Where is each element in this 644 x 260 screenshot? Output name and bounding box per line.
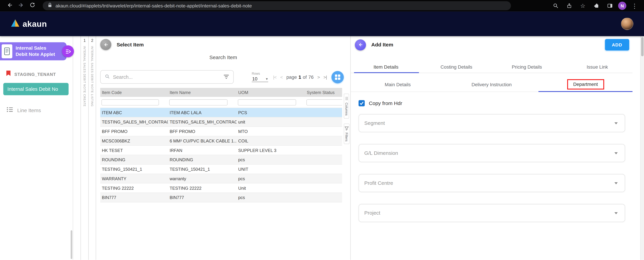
filters-rail-label: Filters: [344, 132, 348, 141]
chevron-down-icon: [613, 150, 620, 157]
segment-dropdown[interactable]: Segment: [358, 114, 625, 132]
cell-item-code: HK TESET: [100, 148, 168, 153]
bookmark-star-icon[interactable]: ☆: [578, 1, 588, 11]
cell-item-name: ITEM ABC LALA: [168, 110, 236, 115]
tab-pricing-details[interactable]: Pricing Details: [492, 61, 562, 73]
tab-issue-link[interactable]: Issue Link: [562, 61, 633, 73]
column-header-item-code[interactable]: Item Code: [100, 90, 168, 95]
back-icon: [6, 2, 12, 10]
table-row[interactable]: MCSC006BKZ 6 MM² CU/PVC BLACK CABLE 1...…: [100, 136, 342, 146]
tab-item-details[interactable]: Item Details: [351, 61, 421, 73]
module-button[interactable]: Internal Sales Debit No: [3, 83, 68, 95]
next-page-button[interactable]: >: [317, 74, 320, 79]
table-row[interactable]: BFF PROMO BFF PROMO MTO: [100, 127, 342, 136]
table-row[interactable]: ITEM ABC ITEM ABC LALA PCS: [100, 108, 342, 117]
browser-forward-button[interactable]: [16, 1, 26, 11]
workspace-tab-2[interactable]: 2 INTERNAL SALES DEBIT NOTE LISTING: [88, 36, 96, 260]
chevron-down-icon: [613, 120, 620, 127]
cell-uom: SUPPLER LEVEL 3: [236, 148, 305, 153]
add-button[interactable]: ADD: [605, 39, 629, 50]
address-bar[interactable]: akaun.cloud/#/applets/tnt/wavelet/erp/in…: [43, 1, 511, 10]
tab-costing-details[interactable]: Costing Details: [421, 61, 492, 73]
copy-from-hdr-label: Copy from Hdr: [369, 100, 402, 106]
subtab-main-details[interactable]: Main Details: [351, 77, 445, 92]
cell-item-name: BFF PROMO: [168, 129, 236, 134]
main-tabs: Item Details Costing Details Pricing Det…: [351, 61, 633, 73]
sidebar-toggle-button[interactable]: [62, 45, 74, 57]
table-row[interactable]: TESTING_150421_1 TESTING_150421_1 UNIT: [100, 165, 342, 174]
search-input[interactable]: [113, 74, 220, 80]
browser-back-button[interactable]: [4, 1, 15, 11]
select-item-back-button[interactable]: [100, 39, 111, 50]
sidebar: Internal Sales Debit Note Applet STAGING…: [0, 36, 73, 260]
cell-uom: PCS: [236, 110, 305, 115]
tenant-row[interactable]: STAGING_TENANT: [0, 70, 73, 78]
back-arrow-icon: [103, 42, 109, 47]
column-filter-input-uom[interactable]: [238, 99, 296, 105]
column-filter-input-item-code[interactable]: [102, 99, 159, 105]
select-item-panel: Select Item Search Item Rows 10▾ |< <: [96, 36, 351, 260]
table-row[interactable]: ROUNDING ROUNDING pcs: [100, 155, 342, 165]
rows-label: Rows: [252, 72, 268, 75]
applet-card[interactable]: Internal Sales Debit Note Applet: [0, 42, 66, 60]
table-row[interactable]: WARRANTY warranty pcs: [100, 174, 342, 184]
page: akaun.cloud/#/applets/tnt/wavelet/erp/in…: [0, 0, 644, 260]
sidebar-scrollbar[interactable]: [71, 231, 72, 259]
cell-item-name: TESTING 22222: [168, 186, 236, 190]
share-icon[interactable]: [564, 1, 574, 11]
cell-item-name: TESTING_150421_1: [168, 167, 236, 172]
prev-page-button[interactable]: <: [280, 74, 282, 79]
cell-item-code: TESTING_SALES_MH_CONTRACT: [100, 119, 168, 124]
page-scrollbar[interactable]: [640, 36, 644, 260]
browser-menu-kebab-icon[interactable]: ⋮: [629, 1, 640, 11]
project-dropdown[interactable]: Project: [358, 204, 625, 222]
browser-reload-button[interactable]: [27, 1, 38, 11]
table-row[interactable]: HK TESET IRFAN SUPPLER LEVEL 3: [100, 146, 342, 155]
add-item-back-button[interactable]: [355, 39, 366, 50]
last-page-button[interactable]: >|: [324, 74, 327, 79]
line-items-label: Line Items: [17, 107, 41, 113]
user-avatar[interactable]: [621, 18, 633, 30]
grid-view-button[interactable]: [332, 71, 344, 83]
cell-item-code: MCSC006BKZ: [100, 138, 168, 143]
side-panel-icon[interactable]: [604, 1, 615, 11]
cell-item-code: BFF PROMO: [100, 129, 168, 134]
sidebar-item-line-items[interactable]: Line Items: [0, 107, 73, 114]
forward-icon: [18, 2, 24, 10]
page-indicator: page 1 of 76: [286, 74, 314, 79]
akaun-logo-icon: [11, 19, 20, 29]
column-filter-input-item-name[interactable]: [169, 99, 228, 105]
profit-centre-dropdown[interactable]: Profit Centre: [358, 174, 625, 192]
columns-rail-tab[interactable]: Columns: [344, 94, 349, 119]
column-filter-row: [100, 97, 342, 108]
table-row[interactable]: TESTING_SALES_MH_CONTRACT TESTING_SALES_…: [100, 117, 342, 127]
column-filter-input-system-status[interactable]: [306, 99, 342, 105]
copy-from-hdr-checkbox[interactable]: [358, 100, 365, 106]
pagination: |< < page 1 of 76 > >|: [273, 74, 327, 79]
first-page-button[interactable]: |<: [273, 74, 276, 79]
extensions-icon[interactable]: [591, 1, 602, 11]
subtab-delivery-instruction[interactable]: Delivery Instruction: [445, 77, 538, 92]
rows-per-page-select[interactable]: Rows 10▾: [252, 72, 268, 82]
browser-chrome: akaun.cloud/#/applets/tnt/wavelet/erp/in…: [0, 0, 644, 11]
cell-item-name: TESTING_SALES_MH_CONTRACT: [168, 119, 236, 124]
filter-list-icon[interactable]: [223, 73, 229, 81]
cell-item-code: WARRANTY: [100, 176, 168, 181]
table-header-row: Item Code Item Name UOM System Status: [100, 88, 342, 97]
workspace-tab-1[interactable]: 1 INTERNAL SALES DEBIT NOTE CREATE: [80, 36, 88, 260]
zoom-icon[interactable]: [550, 1, 561, 11]
browser-profile-avatar[interactable]: N: [618, 2, 626, 10]
add-item-header: Add Item ADD: [351, 36, 644, 50]
column-header-system-status[interactable]: System Status: [305, 90, 342, 95]
table-row[interactable]: TESTING 22222 TESTING 22222 Unit: [100, 183, 342, 193]
table-row[interactable]: BIN777 BIN777 pcs: [100, 193, 342, 202]
page-scrollbar-thumb[interactable]: [641, 37, 644, 56]
gl-dimension-dropdown[interactable]: G/L Dimension: [358, 144, 625, 162]
brand-logo[interactable]: akaun: [11, 19, 47, 29]
item-search-box[interactable]: [100, 70, 234, 84]
cell-item-code: ROUNDING: [100, 157, 168, 162]
subtab-department[interactable]: Department: [538, 77, 632, 92]
column-header-item-name[interactable]: Item Name: [168, 90, 236, 95]
filters-rail-tab[interactable]: Filters: [344, 123, 349, 144]
column-header-uom[interactable]: UOM: [236, 90, 305, 95]
